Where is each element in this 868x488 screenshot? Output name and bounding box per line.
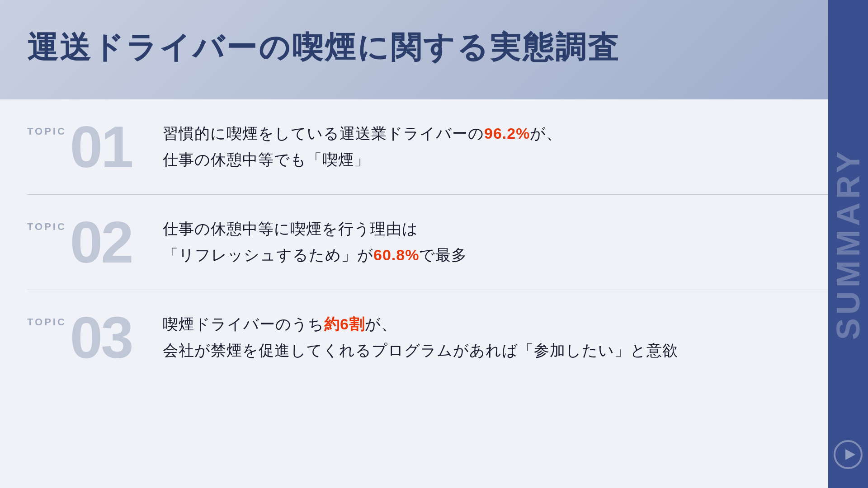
topic-03-line1-suffix: が、 xyxy=(365,315,397,333)
topic-02-line2-suffix: で最多 xyxy=(419,246,467,263)
topic-01-line2: 仕事の休憩中等でも「喫煙」 xyxy=(163,151,370,168)
topic-text-03: 喫煙ドライバーのうち約6割が、 会社が禁煙を促進してくれるプログラムがあれば「参… xyxy=(163,311,841,364)
topic-03-line1-prefix: 喫煙ドライバーのうち xyxy=(163,315,324,333)
topic-02-line1: 仕事の休憩中等に喫煙を行う理由は xyxy=(163,220,418,237)
topic-word-01: TOPIC xyxy=(27,126,66,137)
topic-label-02: TOPIC 02 xyxy=(27,213,163,272)
topic-number-02: 02 xyxy=(70,213,132,272)
topic-number-03: 03 xyxy=(70,308,132,367)
topic-label-03: TOPIC 03 xyxy=(27,308,163,367)
topic-01-line1-suffix: が、 xyxy=(530,125,562,142)
topic-word-03: TOPIC xyxy=(27,316,66,328)
topic-01-line1-prefix: 習慣的に喫煙をしている運送業ドライバーの xyxy=(163,125,484,142)
topic-label-01: TOPIC 01 xyxy=(27,117,163,176)
topic-01-highlight1: 96.2% xyxy=(484,125,530,142)
topic-03-line2: 会社が禁煙を促進してくれるプログラムがあれば「参加したい」と意欲 xyxy=(163,342,678,359)
topic-02-line2-prefix: 「リフレッシュするため」が xyxy=(163,246,373,263)
sidebar-icon xyxy=(833,439,863,470)
main-content: TOPIC 01 習慣的に喫煙をしている運送業ドライバーの96.2%が、 仕事の… xyxy=(0,99,868,488)
sidebar: SUMMARY xyxy=(828,0,868,488)
topic-row-02: TOPIC 02 仕事の休憩中等に喫煙を行う理由は 「リフレッシュするため」が6… xyxy=(27,195,841,290)
topic-row-03: TOPIC 03 喫煙ドライバーのうち約6割が、 会社が禁煙を促進してくれるプロ… xyxy=(27,290,841,385)
topic-row-01: TOPIC 01 習慣的に喫煙をしている運送業ドライバーの96.2%が、 仕事の… xyxy=(27,99,841,195)
topic-text-02: 仕事の休憩中等に喫煙を行う理由は 「リフレッシュするため」が60.8%で最多 xyxy=(163,216,841,268)
topic-number-01: 01 xyxy=(70,117,132,176)
page-title: 運送ドライバーの喫煙に関する実態調査 xyxy=(27,29,620,66)
topic-text-01: 習慣的に喫煙をしている運送業ドライバーの96.2%が、 仕事の休憩中等でも「喫煙… xyxy=(163,121,841,173)
sidebar-label: SUMMARY xyxy=(830,148,867,340)
header: 運送ドライバーの喫煙に関する実態調査 xyxy=(0,0,868,99)
topic-03-highlight: 約6割 xyxy=(324,315,365,333)
topic-word-02: TOPIC xyxy=(27,221,66,233)
svg-marker-1 xyxy=(845,449,855,460)
topic-02-highlight: 60.8% xyxy=(373,246,419,263)
